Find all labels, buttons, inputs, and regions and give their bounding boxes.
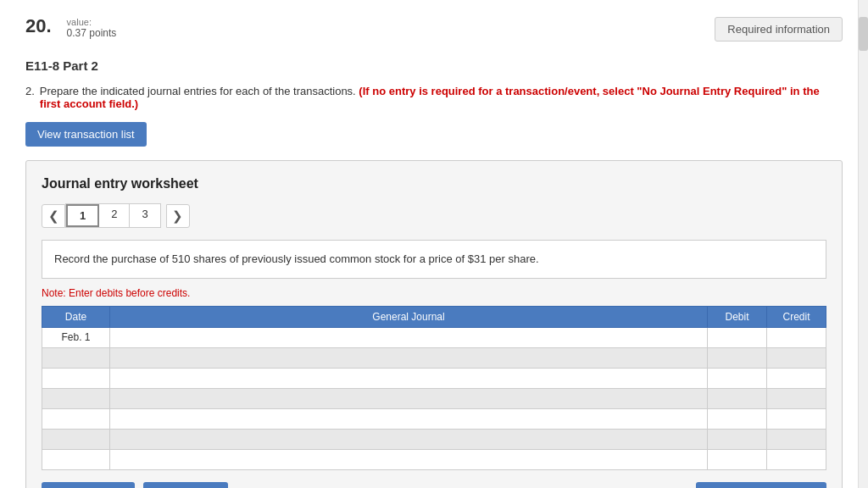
debit-input-7[interactable]	[713, 453, 761, 465]
journal-input-6[interactable]	[115, 433, 702, 445]
journal-input-7[interactable]	[115, 453, 702, 465]
row-date-2	[42, 347, 110, 368]
journal-input-5[interactable]	[115, 413, 702, 424]
required-information-button[interactable]: Required information	[715, 17, 843, 42]
transaction-description: Record the purchase of 510 shares of pre…	[42, 240, 826, 279]
row-date-4	[42, 388, 110, 408]
instruction-text: Prepare the indicated journal entries fo…	[40, 85, 843, 110]
view-transaction-list-button[interactable]: View transaction list	[25, 122, 147, 147]
row-credit-6[interactable]	[767, 429, 826, 449]
record-entry-button[interactable]: Record entry	[42, 482, 135, 489]
worksheet-navigation: ❮ 1 2 3 ❯	[42, 203, 826, 228]
journal-input-1[interactable]	[115, 331, 702, 343]
row-journal-1[interactable]	[110, 327, 708, 347]
row-debit-6[interactable]	[708, 429, 767, 449]
row-journal-3[interactable]	[110, 368, 708, 388]
instruction-number: 2.	[25, 85, 35, 97]
journal-entry-table: Date General Journal Debit Credit Feb. 1	[42, 306, 826, 470]
row-credit-5[interactable]	[767, 408, 826, 429]
row-debit-4[interactable]	[708, 388, 767, 408]
debit-credit-note: Note: Enter debits before credits.	[42, 287, 826, 299]
table-row	[42, 347, 826, 368]
table-row	[42, 429, 826, 449]
journal-input-2[interactable]	[115, 352, 702, 363]
journal-input-4[interactable]	[115, 392, 702, 404]
points-label: 0.37 points	[67, 27, 117, 39]
credit-input-5[interactable]	[772, 413, 821, 424]
row-date-5	[42, 408, 110, 429]
debit-input-3[interactable]	[713, 372, 761, 384]
table-header-credit: Credit	[767, 306, 826, 327]
credit-input-4[interactable]	[772, 392, 821, 404]
credit-input-6[interactable]	[772, 433, 821, 445]
worksheet-tab-3[interactable]: 3	[130, 204, 159, 227]
credit-input-2[interactable]	[772, 352, 821, 363]
row-credit-3[interactable]	[767, 368, 826, 388]
row-credit-2[interactable]	[767, 347, 826, 368]
view-general-journal-button[interactable]: View general journal	[696, 482, 826, 489]
row-date-3	[42, 368, 110, 388]
nav-next-button[interactable]: ❯	[166, 204, 190, 228]
row-date-6	[42, 429, 110, 449]
row-journal-4[interactable]	[110, 388, 708, 408]
credit-input-7[interactable]	[772, 453, 821, 465]
row-debit-5[interactable]	[708, 408, 767, 429]
row-debit-3[interactable]	[708, 368, 767, 388]
row-debit-2[interactable]	[708, 347, 767, 368]
clear-entry-button[interactable]: Clear entry	[143, 482, 228, 489]
row-date-1: Feb. 1	[42, 327, 110, 347]
section-title: E11-8 Part 2	[25, 58, 843, 73]
row-debit-7[interactable]	[708, 449, 767, 469]
scrollbar[interactable]	[858, 0, 868, 488]
table-header-general-journal: General Journal	[110, 306, 708, 327]
table-row	[42, 388, 826, 408]
question-number: 20.	[25, 17, 52, 36]
table-row: Feb. 1	[42, 327, 826, 347]
row-debit-1[interactable]	[708, 327, 767, 347]
scroll-thumb[interactable]	[859, 17, 868, 51]
journal-entry-worksheet: Journal entry worksheet ❮ 1 2 3 ❯ Record…	[25, 160, 843, 488]
nav-previous-button[interactable]: ❮	[42, 204, 65, 228]
row-credit-1[interactable]	[767, 327, 826, 347]
row-credit-7[interactable]	[767, 449, 826, 469]
table-header-date: Date	[42, 306, 110, 327]
row-date-7	[42, 449, 110, 469]
row-journal-2[interactable]	[110, 347, 708, 368]
worksheet-tab-2[interactable]: 2	[99, 204, 130, 227]
debit-input-6[interactable]	[713, 433, 761, 445]
row-credit-4[interactable]	[767, 388, 826, 408]
row-journal-6[interactable]	[110, 429, 708, 449]
row-journal-7[interactable]	[110, 449, 708, 469]
table-row	[42, 368, 826, 388]
worksheet-tab-1[interactable]: 1	[66, 204, 99, 227]
debit-input-4[interactable]	[713, 392, 761, 404]
action-buttons: Record entry Clear entry View general jo…	[42, 482, 826, 489]
credit-input-1[interactable]	[772, 331, 821, 343]
instruction-normal: Prepare the indicated journal entries fo…	[40, 85, 356, 97]
journal-input-3[interactable]	[115, 372, 702, 384]
worksheet-tabs: 1 2 3	[65, 203, 161, 228]
debit-input-2[interactable]	[713, 352, 761, 363]
worksheet-title: Journal entry worksheet	[42, 176, 826, 191]
value-label: value:	[67, 17, 117, 27]
debit-input-5[interactable]	[713, 413, 761, 424]
row-journal-5[interactable]	[110, 408, 708, 429]
debit-input-1[interactable]	[713, 331, 761, 343]
table-row	[42, 449, 826, 469]
table-row	[42, 408, 826, 429]
table-header-debit: Debit	[708, 306, 767, 327]
credit-input-3[interactable]	[772, 372, 821, 384]
